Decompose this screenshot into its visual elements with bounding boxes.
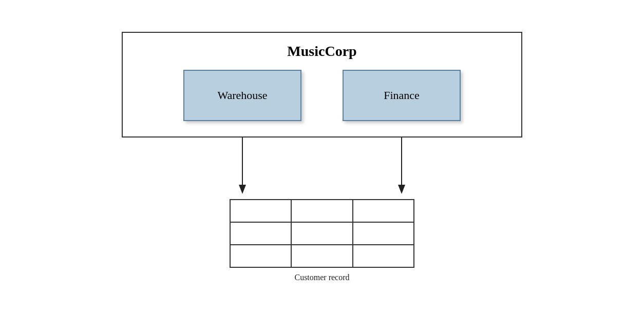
table-cell [230, 245, 291, 267]
table-cell [291, 222, 352, 245]
customer-table [230, 199, 414, 268]
customer-record-wrapper: Customer record [230, 199, 414, 282]
warehouse-box: Warehouse [183, 70, 301, 121]
arrows-area [122, 138, 522, 199]
table-row [230, 245, 414, 267]
table-cell [230, 222, 291, 245]
table-cell [291, 200, 352, 222]
table-cell [230, 200, 291, 222]
finance-arrow-head [398, 185, 405, 194]
table-row [230, 200, 414, 222]
table-cell [353, 222, 414, 245]
table-cell [353, 245, 414, 267]
finance-label: Finance [384, 89, 420, 102]
musiccorp-box: MusicCorp Warehouse Finance [122, 32, 522, 138]
table-cell [353, 200, 414, 222]
table-cell [291, 245, 352, 267]
services-row: Warehouse Finance [143, 70, 501, 121]
customer-record-label: Customer record [294, 273, 349, 282]
warehouse-label: Warehouse [217, 89, 267, 102]
musiccorp-title: MusicCorp [143, 43, 501, 60]
arrows-svg [122, 138, 522, 199]
finance-box: Finance [343, 70, 461, 121]
diagram-container: MusicCorp Warehouse Finance [91, 32, 553, 282]
table-row [230, 222, 414, 245]
warehouse-arrow-head [239, 185, 246, 194]
